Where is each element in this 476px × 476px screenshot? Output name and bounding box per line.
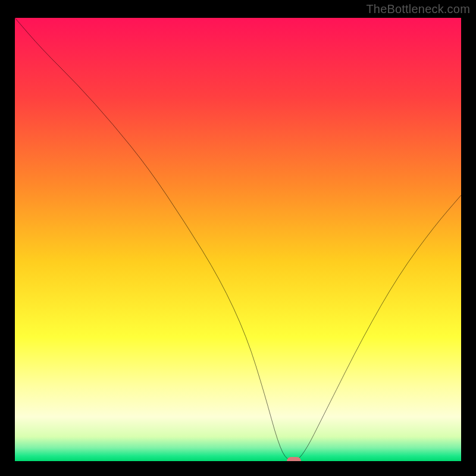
chart-frame: TheBottleneck.com: [0, 0, 476, 476]
bottleneck-curve: [15, 18, 461, 461]
watermark-text: TheBottleneck.com: [366, 2, 470, 16]
plot-area: [15, 18, 461, 461]
optimal-point-marker: [287, 457, 301, 461]
